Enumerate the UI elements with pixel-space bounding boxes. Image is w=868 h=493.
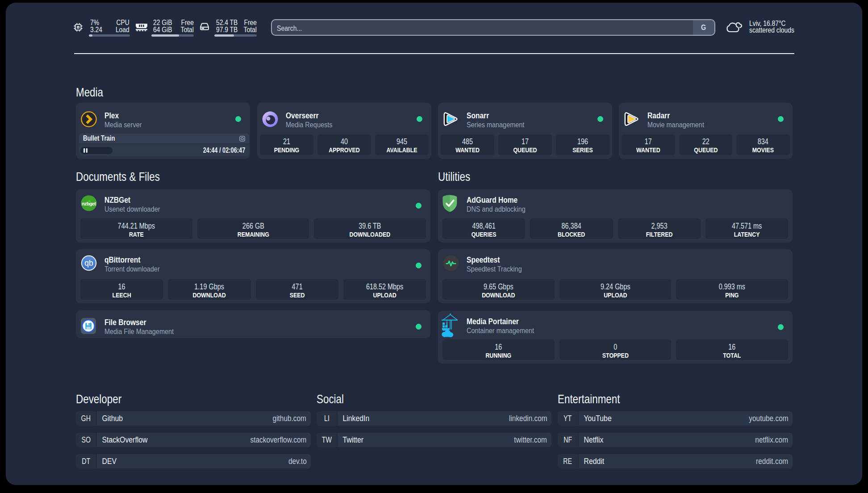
svg-text:nzbget: nzbget: [82, 201, 96, 206]
svg-text:qb: qb: [84, 259, 93, 267]
